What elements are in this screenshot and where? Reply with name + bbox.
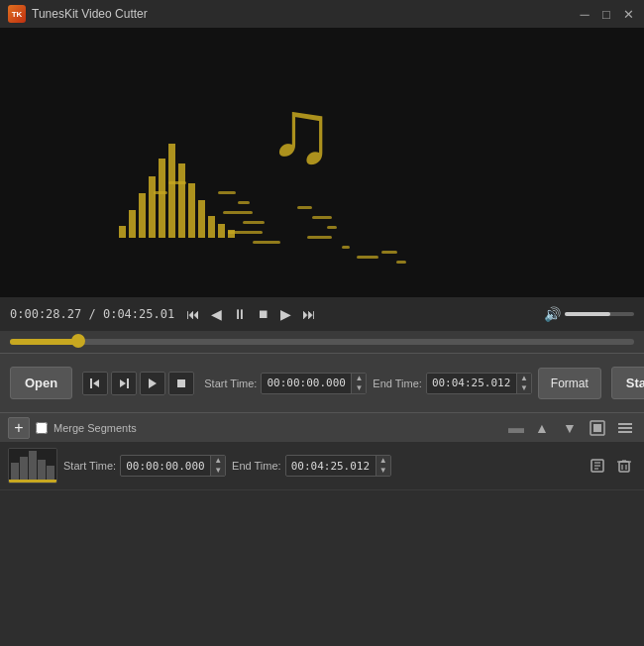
segment-start-input[interactable] (121, 457, 210, 476)
segment-list: Start Time: ▲ ▼ End Time: (0, 442, 644, 646)
svg-rect-15 (619, 462, 629, 472)
svg-rect-10 (618, 431, 632, 433)
segment-end-time-group: End Time: ▲ ▼ (232, 455, 390, 477)
title-text: TunesKit Video Cutter (32, 7, 577, 21)
stop-clip-button[interactable] (168, 372, 194, 395)
merge-checkbox[interactable] (36, 422, 48, 434)
main-content: ♫ 0:00:28.27 / 0:04:25.01 ⏮ ◀ ⏸ ⏹ ▶ ⏭ 🔊 (0, 28, 644, 646)
scatter-dot (223, 211, 253, 214)
end-time-input-wrap: ▲ ▼ (426, 373, 532, 394)
segment-thumbnail (8, 448, 57, 484)
volume-fill (565, 312, 610, 316)
seg-end-down[interactable]: ▼ (376, 466, 390, 476)
playback-controls: ⏮ ◀ ⏸ ⏹ ▶ ⏭ (182, 304, 320, 324)
pause-button[interactable]: ⏸ (229, 304, 251, 324)
scatter-dot (327, 226, 337, 229)
close-button[interactable]: ✕ (620, 6, 636, 22)
seek-thumb[interactable] (71, 334, 85, 348)
seek-track[interactable] (10, 339, 634, 345)
thumb-bar (38, 460, 46, 481)
svg-rect-7 (593, 424, 601, 432)
segment-action-buttons (586, 454, 636, 478)
video-area: ♫ (0, 28, 644, 297)
scatter-dot (297, 206, 312, 209)
edit-icon (590, 458, 605, 474)
music-note-icon: ♫ (268, 87, 335, 176)
end-time-spinners: ▲ ▼ (516, 374, 531, 393)
start-time-up[interactable]: ▲ (352, 374, 366, 383)
list-view-button[interactable] (614, 417, 636, 439)
segment-end-input[interactable] (286, 457, 376, 476)
svg-rect-2 (127, 378, 129, 388)
list-icon (616, 419, 634, 437)
output-button[interactable] (587, 417, 608, 439)
format-button[interactable]: Format (538, 368, 601, 399)
rewind-step-button[interactable]: ⏮ (182, 304, 204, 324)
app-icon: TK (8, 5, 26, 23)
end-time-group: End Time: ▲ ▼ (373, 373, 531, 394)
volume-area: 🔊 (544, 306, 634, 322)
scatter-dot (342, 246, 350, 249)
scatter-dot (253, 241, 280, 244)
volume-icon: 🔊 (544, 306, 561, 322)
seg-start-down[interactable]: ▼ (211, 466, 225, 476)
total-time: 0:04:25.01 (103, 307, 174, 321)
svg-rect-9 (618, 427, 632, 429)
play-button[interactable]: ▶ (276, 304, 295, 324)
segment-start-label: Start Time: (63, 460, 116, 472)
scatter-dot (238, 201, 250, 204)
scatter-dot (312, 216, 332, 219)
segment-delete-button[interactable] (612, 454, 636, 478)
start-button[interactable]: Start (611, 367, 644, 399)
mark-in-button[interactable] (82, 372, 108, 395)
delete-icon (616, 458, 632, 474)
playback-bar: 0:00:28.27 / 0:04:25.01 ⏮ ◀ ⏸ ⏹ ▶ ⏭ 🔊 (0, 297, 644, 331)
window-controls: ─ □ ✕ (577, 6, 636, 22)
maximize-button[interactable]: □ (598, 6, 614, 22)
move-down-button[interactable]: ▼ (559, 417, 581, 439)
scatter-dot (243, 221, 265, 224)
scatter-dot (396, 261, 406, 264)
seek-bar-container[interactable] (0, 331, 644, 353)
seek-fill (10, 339, 78, 345)
segment-start-wrap: ▲ ▼ (120, 455, 226, 477)
end-time-up[interactable]: ▲ (517, 374, 531, 383)
stop-button[interactable]: ⏹ (254, 305, 273, 323)
seg-end-up[interactable]: ▲ (376, 456, 390, 466)
volume-slider[interactable] (565, 312, 634, 316)
move-up-button[interactable]: ▲ (531, 417, 553, 439)
end-time-input[interactable] (427, 374, 516, 392)
mark-out-button[interactable] (111, 372, 137, 395)
svg-marker-4 (149, 378, 157, 388)
scatter-dot (228, 231, 263, 234)
seg-start-spinners: ▲ ▼ (210, 456, 225, 476)
segment-edit-button[interactable] (586, 454, 609, 478)
start-time-down[interactable]: ▼ (352, 383, 366, 393)
segment-end-wrap: ▲ ▼ (285, 455, 391, 477)
mark-in-icon (88, 377, 102, 390)
svg-marker-3 (120, 379, 126, 387)
start-time-input[interactable] (262, 374, 351, 392)
start-time-input-wrap: ▲ ▼ (261, 373, 367, 394)
current-time: 0:00:28.27 (10, 307, 81, 321)
output-icon (589, 419, 606, 437)
bottom-half: Open (0, 353, 644, 646)
fast-forward-button[interactable]: ⏭ (298, 304, 320, 324)
clip-controls: Open (0, 353, 644, 412)
preview-icon (146, 377, 160, 390)
svg-rect-5 (177, 379, 185, 387)
segments-header: + Merge Segments ▬ ▲ ▼ (0, 412, 644, 442)
segment-progress (9, 480, 56, 483)
thumb-bar (47, 466, 54, 481)
preview-clip-button[interactable] (140, 372, 165, 395)
start-time-group: Start Time: ▲ ▼ (204, 373, 367, 394)
table-row: Start Time: ▲ ▼ End Time: (0, 442, 644, 490)
open-button[interactable]: Open (10, 367, 72, 399)
svg-rect-8 (618, 423, 632, 425)
step-back-button[interactable]: ◀ (207, 304, 226, 324)
scatter-dot (168, 181, 186, 184)
seg-start-up[interactable]: ▲ (211, 456, 225, 466)
add-segment-button[interactable]: + (8, 417, 30, 439)
end-time-down[interactable]: ▼ (517, 383, 531, 393)
minimize-button[interactable]: ─ (577, 6, 592, 22)
